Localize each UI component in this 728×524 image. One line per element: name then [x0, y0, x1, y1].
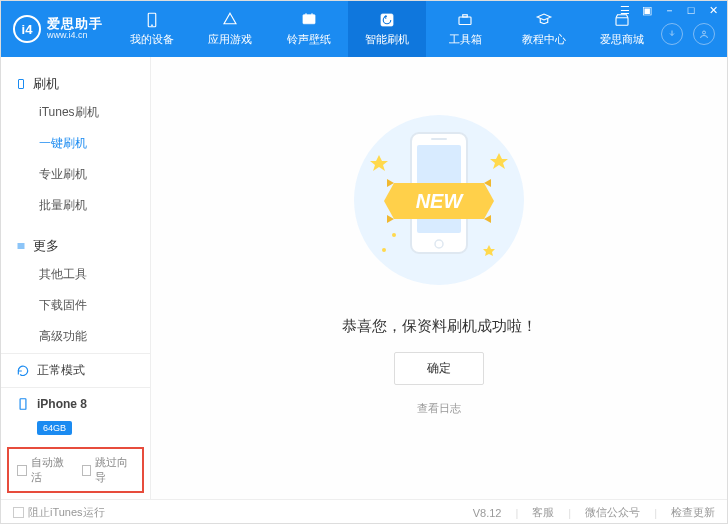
- separator: |: [515, 507, 518, 519]
- app-url: www.i4.cn: [47, 31, 103, 41]
- device-icon: [15, 78, 27, 90]
- flash-icon: [378, 11, 396, 29]
- update-link[interactable]: 检查更新: [671, 505, 715, 520]
- block-itunes-checkbox[interactable]: 阻止iTunes运行: [13, 505, 105, 520]
- sidebar-item-download-firmware[interactable]: 下载固件: [1, 290, 150, 321]
- mode-row[interactable]: 正常模式: [1, 354, 150, 387]
- main-content: NEW 恭喜您，保资料刷机成功啦！ 确定 查看日志: [151, 57, 727, 499]
- wallpaper-icon: [300, 11, 318, 29]
- device-icon: [143, 11, 161, 29]
- tools-icon: [456, 11, 474, 29]
- nav-wallpaper[interactable]: 铃声壁纸: [270, 1, 348, 57]
- wechat-link[interactable]: 微信公众号: [585, 505, 640, 520]
- view-log-link[interactable]: 查看日志: [417, 401, 461, 416]
- svg-rect-4: [459, 17, 471, 25]
- checkbox-icon: [17, 465, 27, 476]
- skin-button[interactable]: ▣: [637, 1, 657, 19]
- sidebar-item-advanced[interactable]: 高级功能: [1, 321, 150, 352]
- sidebar-section-more: 更多 其他工具 下载固件 高级功能: [1, 227, 150, 353]
- nav-label: 教程中心: [522, 32, 566, 47]
- svg-point-1: [152, 25, 153, 26]
- options-box: 自动激活 跳过向导: [7, 447, 144, 493]
- app-title: 爱思助手: [47, 17, 103, 31]
- success-message: 恭喜您，保资料刷机成功啦！: [342, 317, 537, 336]
- top-nav: 我的设备 应用游戏 铃声壁纸 智能刷机 工具箱 教程中心 爱思商城: [113, 1, 661, 57]
- sidebar-bottom: 正常模式 iPhone 8 64GB 自动激活 跳过向导: [1, 353, 150, 499]
- tutorial-icon: [535, 11, 553, 29]
- storage-badge: 64GB: [37, 421, 72, 435]
- skip-guide-checkbox[interactable]: 跳过向导: [82, 455, 135, 485]
- nav-label: 我的设备: [130, 32, 174, 47]
- nav-tutorial[interactable]: 教程中心: [504, 1, 582, 57]
- apps-icon: [221, 11, 239, 29]
- logo[interactable]: i4 爱思助手 www.i4.cn: [1, 1, 113, 57]
- minimize-button[interactable]: －: [659, 1, 679, 19]
- sidebar-head-flash[interactable]: 刷机: [1, 71, 150, 97]
- checkbox-icon: [82, 465, 92, 476]
- svg-point-7: [703, 31, 706, 34]
- window-controls: ☰ ▣ － □ ✕: [615, 1, 723, 19]
- svg-rect-2: [303, 15, 315, 24]
- sidebar-item-pro-flash[interactable]: 专业刷机: [1, 159, 150, 190]
- nav-flash[interactable]: 智能刷机: [348, 1, 426, 57]
- sidebar-item-itunes-flash[interactable]: iTunes刷机: [1, 97, 150, 128]
- nav-label: 爱思商城: [600, 32, 644, 47]
- nav-label: 智能刷机: [365, 32, 409, 47]
- sidebar-head-more[interactable]: 更多: [1, 233, 150, 259]
- phone-icon: [15, 396, 31, 412]
- nav-label: 工具箱: [449, 32, 482, 47]
- menu-button[interactable]: ☰: [615, 1, 635, 19]
- skip-guide-label: 跳过向导: [95, 455, 134, 485]
- more-icon: [15, 240, 27, 252]
- user-button[interactable]: [693, 23, 715, 45]
- sidebar: 刷机 iTunes刷机 一键刷机 专业刷机 批量刷机 更多 其他工具 下载固件 …: [1, 57, 151, 499]
- nav-label: 铃声壁纸: [287, 32, 331, 47]
- nav-apps[interactable]: 应用游戏: [191, 1, 269, 57]
- sidebar-section-flash: 刷机 iTunes刷机 一键刷机 专业刷机 批量刷机: [1, 65, 150, 227]
- maximize-button[interactable]: □: [681, 1, 701, 19]
- svg-rect-8: [19, 80, 24, 89]
- logo-badge-icon: i4: [13, 15, 41, 43]
- device-name: iPhone 8: [37, 397, 87, 411]
- sidebar-head-label: 更多: [33, 237, 59, 255]
- svg-point-18: [382, 248, 386, 252]
- status-bar: 阻止iTunes运行 V8.12 | 客服 | 微信公众号 | 检查更新: [1, 499, 727, 524]
- sidebar-head-label: 刷机: [33, 75, 59, 93]
- title-bar: i4 爱思助手 www.i4.cn 我的设备 应用游戏 铃声壁纸 智能刷机 工具…: [1, 1, 727, 57]
- nav-my-device[interactable]: 我的设备: [113, 1, 191, 57]
- nav-label: 应用游戏: [208, 32, 252, 47]
- refresh-icon: [15, 363, 31, 379]
- checkbox-icon: [13, 507, 24, 518]
- svg-rect-12: [20, 399, 26, 410]
- success-illustration: NEW: [339, 105, 539, 295]
- mode-label: 正常模式: [37, 362, 85, 379]
- ok-button[interactable]: 确定: [394, 352, 484, 385]
- auto-activate-label: 自动激活: [31, 455, 70, 485]
- device-row[interactable]: iPhone 8: [1, 387, 150, 420]
- download-button[interactable]: [661, 23, 683, 45]
- version-label: V8.12: [473, 507, 502, 519]
- separator: |: [654, 507, 657, 519]
- ribbon-text: NEW: [416, 190, 465, 212]
- block-itunes-label: 阻止iTunes运行: [28, 505, 105, 520]
- svg-point-17: [392, 233, 396, 237]
- sidebar-item-other-tools[interactable]: 其他工具: [1, 259, 150, 290]
- separator: |: [568, 507, 571, 519]
- close-button[interactable]: ✕: [703, 1, 723, 19]
- svg-rect-5: [463, 15, 468, 17]
- svg-rect-22: [431, 138, 447, 140]
- auto-activate-checkbox[interactable]: 自动激活: [17, 455, 70, 485]
- nav-tools[interactable]: 工具箱: [426, 1, 504, 57]
- support-link[interactable]: 客服: [532, 505, 554, 520]
- sidebar-item-batch-flash[interactable]: 批量刷机: [1, 190, 150, 221]
- sidebar-item-one-key-flash[interactable]: 一键刷机: [1, 128, 150, 159]
